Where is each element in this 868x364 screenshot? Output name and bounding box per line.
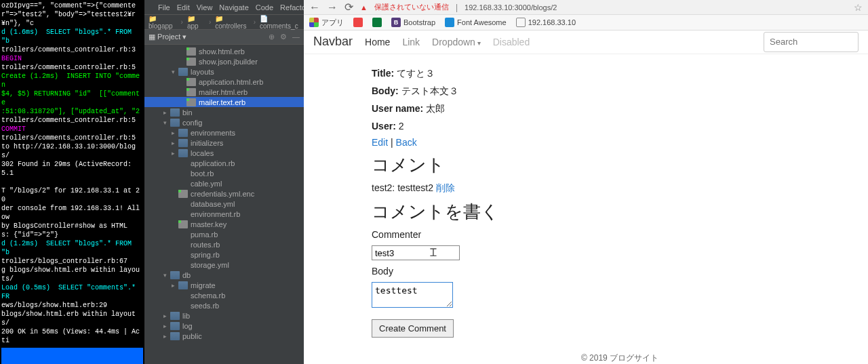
forward-button[interactable]: → (327, 1, 338, 14)
terminal-panel: ozDIpvg==", "comment"=>{"commenter"=>"te… (0, 0, 144, 364)
tree-item[interactable]: credentials.yml.enc (144, 188, 304, 199)
back-button[interactable]: ← (309, 1, 320, 14)
tree-item[interactable]: ▸initializers (144, 138, 304, 148)
menu-navigate[interactable]: Navigate (219, 3, 248, 12)
ide-panel: File Edit View Navigate Code Refactor 📁 … (144, 0, 304, 364)
menu-code[interactable]: Code (256, 3, 273, 12)
tree-item[interactable]: ▾db (144, 270, 304, 280)
back-link[interactable]: Back (396, 137, 417, 148)
nav-home[interactable]: Home (365, 37, 390, 47)
bookmark-item[interactable]: BBootstrap (391, 18, 435, 27)
tree-item[interactable]: mailer.text.erb (144, 97, 304, 107)
tree-item[interactable]: mailer.html.erb (144, 87, 304, 97)
username-label: User name: (372, 103, 423, 114)
navbar-brand[interactable]: Navbar (313, 35, 353, 49)
tree-item[interactable]: ▸public (144, 331, 304, 341)
navbar-search (764, 32, 859, 52)
tree-item[interactable]: application.html.erb (144, 77, 304, 87)
tree-item[interactable]: show.json.jbuilder (144, 56, 304, 66)
commenter-label: Commenter (372, 229, 868, 240)
user-label: User: (372, 121, 396, 132)
bookmarks-bar: アプリBBootstrapFont Awesome192.168.33.10 (304, 15, 868, 30)
body-textarea[interactable] (372, 282, 453, 308)
bc-controllers[interactable]: 📁 controllers (215, 15, 249, 30)
tree-item[interactable]: schema.rb (144, 290, 304, 300)
menu-file[interactable]: File (158, 3, 170, 12)
tree-item[interactable]: ▸locales (144, 148, 304, 158)
body-label: Body: (372, 85, 399, 96)
bookmark-item[interactable]: アプリ (309, 18, 344, 28)
collapse-icon[interactable]: ⊕ (269, 33, 275, 41)
title-value: てすと３ (397, 68, 435, 79)
bookmark-item[interactable] (372, 18, 382, 27)
page-content: Title: てすと３ Body: テスト本文３ User name: 太郎 U… (304, 54, 868, 364)
site-navbar: Navbar Home Link Dropdown Disabled (304, 31, 868, 54)
tree-item[interactable]: spring.rb (144, 249, 304, 260)
text-cursor-icon: Ꮖ (430, 247, 437, 259)
delete-link[interactable]: 削除 (436, 182, 455, 193)
username-value: 太郎 (426, 103, 445, 114)
bookmark-item[interactable] (353, 18, 363, 27)
user-value: 2 (399, 121, 404, 132)
url-text[interactable]: 192.168.33.10:3000/blogs/2 (465, 3, 557, 12)
body-field-label: Body (372, 266, 868, 277)
hide-icon[interactable]: — (292, 33, 300, 41)
tree-item[interactable]: ▸lib (144, 310, 304, 321)
browser-panel: ← → ⟳ ▲ 保護されていない通信 | 192.168.33.10:3000/… (304, 0, 868, 364)
tree-item[interactable]: show.html.erb (144, 46, 304, 56)
nav-disabled: Disabled (493, 37, 530, 47)
tree-item[interactable]: application.rb (144, 158, 304, 168)
footer-text: © 2019 ブログサイト (372, 352, 868, 364)
comment-row: test2: testtest2 削除 (372, 182, 868, 195)
project-tree[interactable]: show.html.erbshow.json.jbuilder▾layoutsa… (144, 45, 304, 364)
tree-item[interactable]: master.key (144, 219, 304, 229)
browser-toolbar: ← → ⟳ ▲ 保護されていない通信 | 192.168.33.10:3000/… (304, 0, 868, 15)
menu-edit[interactable]: Edit (177, 3, 190, 12)
tree-item[interactable]: routes.rb (144, 239, 304, 249)
ide-breadcrumb: 📁 blogapp 📁 app 📁 controllers 📄 comments… (144, 15, 304, 30)
bookmark-item[interactable]: 192.168.33.10 (516, 18, 576, 27)
insecure-icon[interactable]: ▲ (360, 3, 368, 12)
tree-item[interactable]: storage.yml (144, 260, 304, 270)
tree-item[interactable]: cable.yml (144, 178, 304, 188)
create-comment-button[interactable]: Create Comment (372, 319, 454, 338)
commenter-input[interactable] (372, 245, 460, 260)
title-label: Title: (372, 68, 394, 79)
bookmark-star-icon[interactable]: ☆ (854, 2, 863, 13)
project-title[interactable]: ▦ Project ▾ (149, 33, 186, 41)
gear-icon[interactable]: ⚙ (280, 33, 287, 41)
bc-file[interactable]: 📄 comments_c (260, 15, 300, 30)
edit-link[interactable]: Edit (372, 137, 388, 148)
nav-link[interactable]: Link (402, 37, 420, 47)
reload-button[interactable]: ⟳ (344, 1, 353, 14)
bc-app[interactable]: 📁 app (187, 15, 205, 30)
tree-item[interactable]: environment.rb (144, 209, 304, 219)
tree-item[interactable]: ▾config (144, 117, 304, 127)
insecure-label: 保護されていない通信 (374, 2, 449, 12)
write-comment-heading: コメントを書く (372, 200, 868, 224)
tree-item[interactable]: seeds.rb (144, 300, 304, 310)
bc-root[interactable]: 📁 blogapp (149, 15, 177, 30)
tree-item[interactable]: ▸environments (144, 127, 304, 138)
bookmark-item[interactable]: Font Awesome (445, 18, 507, 27)
tree-item[interactable]: ▾layouts (144, 66, 304, 77)
project-tool-header: ▦ Project ▾ ⊕ ⚙ — (144, 30, 304, 45)
nav-dropdown[interactable]: Dropdown (432, 37, 481, 47)
tree-item[interactable]: database.yml (144, 199, 304, 209)
menu-view[interactable]: View (197, 3, 213, 12)
tree-item[interactable]: ▸bin (144, 107, 304, 117)
tree-item[interactable]: ▸migrate (144, 280, 304, 290)
comments-heading: コメント (372, 153, 868, 177)
ide-menubar: File Edit View Navigate Code Refactor (144, 0, 304, 15)
tree-item[interactable]: puma.rb (144, 229, 304, 239)
tree-item[interactable]: ▸log (144, 321, 304, 331)
tree-item[interactable]: boot.rb (144, 168, 304, 178)
search-input[interactable] (764, 32, 859, 52)
body-value: テスト本文３ (401, 85, 458, 96)
